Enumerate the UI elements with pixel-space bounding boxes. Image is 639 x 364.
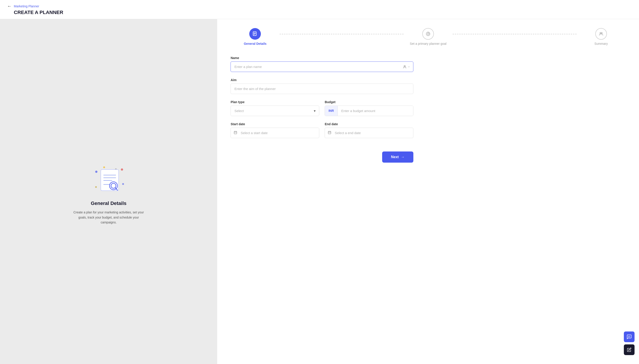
aim-label: Aim [230,78,413,82]
breadcrumb-link[interactable]: Marketing Planner [14,4,39,8]
step-summary: Summary [576,28,626,46]
step-1-label: General Details [244,42,266,46]
svg-point-1 [103,166,105,168]
page-title: CREATE A PLANNER [14,10,632,15]
plan-type-select-wrapper: Select ▼ [230,106,319,116]
chat-buttons [624,332,634,355]
step-general-details: General Details [230,28,279,46]
next-button[interactable]: Next → [382,152,414,162]
step-connector-1 [279,34,404,34]
step-3-circle [595,28,607,40]
left-panel-title: General Details [91,200,126,206]
name-field-group: Name [230,56,413,72]
right-panel: General Details Set a primary planner go… [217,19,639,364]
start-date-input[interactable] [230,128,319,138]
start-date-field-group: Start date [230,122,319,138]
plan-type-select[interactable]: Select [230,106,319,116]
header: ← Marketing Planner CREATE A PLANNER [0,0,639,19]
plan-budget-row: Plan type Select ▼ Budget INR [230,100,413,122]
form: Name Aim [230,56,413,162]
svg-point-3 [122,183,124,185]
main-layout: + General Details Create a plan for your… [0,19,639,364]
budget-label: Budget [325,100,413,104]
budget-currency: INR [325,106,338,116]
budget-input[interactable] [338,106,413,116]
step-set-goal: Set a primary planner goal [404,28,453,46]
illustration: + [89,160,129,195]
aim-field-group: Aim [230,78,413,94]
start-date-calendar-icon [234,131,237,135]
stepper: General Details Set a primary planner go… [230,28,626,46]
end-date-field-group: End date [325,122,413,138]
end-date-calendar-icon [328,131,331,135]
name-input[interactable] [230,62,413,72]
svg-rect-26 [234,131,237,134]
next-button-label: Next [391,155,399,159]
start-date-label: Start date [230,122,319,126]
end-date-input-wrapper [325,128,413,138]
back-navigation[interactable]: ← Marketing Planner [7,4,632,9]
svg-point-25 [404,66,405,67]
plan-type-label: Plan type [230,100,319,104]
chat-button[interactable] [624,332,634,342]
svg-rect-30 [328,131,331,134]
budget-input-wrapper: INR [325,106,413,116]
step-2-circle [422,28,434,40]
step-connector-2 [453,34,576,34]
plan-type-field-group: Plan type Select ▼ [230,100,319,116]
svg-rect-5 [95,186,97,188]
next-button-wrapper: Next → [230,152,413,162]
user-icon [403,65,410,69]
svg-point-24 [601,32,602,34]
end-date-label: End date [325,122,413,126]
start-date-input-wrapper [230,128,319,138]
date-row: Start date [230,122,413,144]
left-panel: + General Details Create a plan for your… [0,19,217,364]
budget-field-group: Budget INR [325,100,413,116]
aim-input[interactable] [230,84,413,94]
svg-point-2 [121,168,123,171]
step-1-circle [249,28,261,40]
step-3-label: Summary [594,42,608,46]
edit-button[interactable] [624,344,634,355]
back-arrow-icon: ← [7,4,12,9]
left-panel-description: Create a plan for your marketing activit… [73,210,144,225]
name-input-wrapper [230,62,413,72]
name-label: Name [230,56,413,60]
svg-point-0 [95,171,97,173]
next-arrow-icon: → [401,155,405,159]
end-date-input[interactable] [325,128,413,138]
step-2-label: Set a primary planner goal [410,42,446,46]
